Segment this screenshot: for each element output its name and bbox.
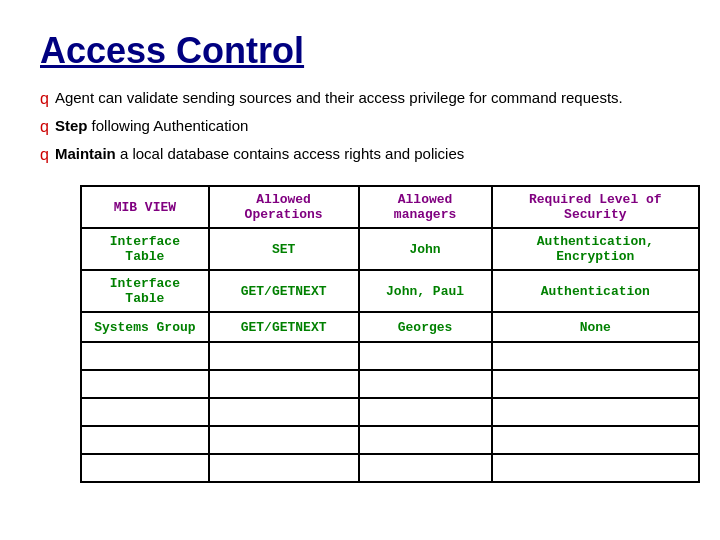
col-header-mib-view: MIB VIEW <box>81 186 209 228</box>
table-row: Interface TableGET/GETNEXTJohn, PaulAuth… <box>81 270 699 312</box>
bullet-text-1: Agent can validate sending sources and t… <box>55 86 623 109</box>
table-cell-r7-c3 <box>492 454 699 482</box>
table-cell-r3-c1 <box>209 342 359 370</box>
table-cell-r5-c0 <box>81 398 209 426</box>
table-cell-r0-c1: SET <box>209 228 359 270</box>
table-cell-r1-c1: GET/GETNEXT <box>209 270 359 312</box>
bullet-list: q Agent can validate sending sources and… <box>40 86 680 167</box>
table-row: Interface TableSETJohnAuthentication, En… <box>81 228 699 270</box>
table-cell-r2-c3: None <box>492 312 699 342</box>
table-cell-r6-c2 <box>359 426 492 454</box>
table-cell-r4-c1 <box>209 370 359 398</box>
table-cell-r5-c1 <box>209 398 359 426</box>
bullet-icon-2: q <box>40 115 49 140</box>
table-row <box>81 426 699 454</box>
table-body: Interface TableSETJohnAuthentication, En… <box>81 228 699 482</box>
bullet-item-1: q Agent can validate sending sources and… <box>40 86 680 112</box>
table-cell-r4-c3 <box>492 370 699 398</box>
table-cell-r5-c3 <box>492 398 699 426</box>
table-cell-r1-c3: Authentication <box>492 270 699 312</box>
bullet-icon-1: q <box>40 87 49 112</box>
page: Access Control q Agent can validate send… <box>0 0 720 503</box>
table-row <box>81 454 699 482</box>
col-header-allowed-ops: Allowed Operations <box>209 186 359 228</box>
bullet-item-2: q Step following Authentication <box>40 114 680 140</box>
table-cell-r0-c0: Interface Table <box>81 228 209 270</box>
page-title: Access Control <box>40 30 680 72</box>
table-header-row: MIB VIEW Allowed Operations Allowed mana… <box>81 186 699 228</box>
table-cell-r2-c2: Georges <box>359 312 492 342</box>
table-cell-r1-c2: John, Paul <box>359 270 492 312</box>
table-row: Systems GroupGET/GETNEXTGeorgesNone <box>81 312 699 342</box>
table-cell-r7-c0 <box>81 454 209 482</box>
table-row <box>81 370 699 398</box>
table-cell-r4-c0 <box>81 370 209 398</box>
table-cell-r7-c1 <box>209 454 359 482</box>
table-cell-r2-c0: Systems Group <box>81 312 209 342</box>
table-cell-r3-c0 <box>81 342 209 370</box>
table-cell-r3-c2 <box>359 342 492 370</box>
table-cell-r3-c3 <box>492 342 699 370</box>
bullet-icon-3: q <box>40 143 49 168</box>
table-cell-r0-c2: John <box>359 228 492 270</box>
col-header-allowed-mgrs: Allowed managers <box>359 186 492 228</box>
table-wrapper: MIB VIEW Allowed Operations Allowed mana… <box>80 185 670 483</box>
table-cell-r7-c2 <box>359 454 492 482</box>
table-cell-r6-c3 <box>492 426 699 454</box>
table-row <box>81 398 699 426</box>
table-cell-r1-c0: Interface Table <box>81 270 209 312</box>
table-cell-r0-c3: Authentication, Encryption <box>492 228 699 270</box>
table-cell-r2-c1: GET/GETNEXT <box>209 312 359 342</box>
table-cell-r6-c1 <box>209 426 359 454</box>
access-control-table: MIB VIEW Allowed Operations Allowed mana… <box>80 185 700 483</box>
table-row <box>81 342 699 370</box>
table-cell-r6-c0 <box>81 426 209 454</box>
table-cell-r5-c2 <box>359 398 492 426</box>
bullet-text-3: Maintain a local database contains acces… <box>55 142 464 165</box>
bullet-item-3: q Maintain a local database contains acc… <box>40 142 680 168</box>
col-header-required-level: Required Level of Security <box>492 186 699 228</box>
table-cell-r4-c2 <box>359 370 492 398</box>
bullet-text-2: Step following Authentication <box>55 114 248 137</box>
